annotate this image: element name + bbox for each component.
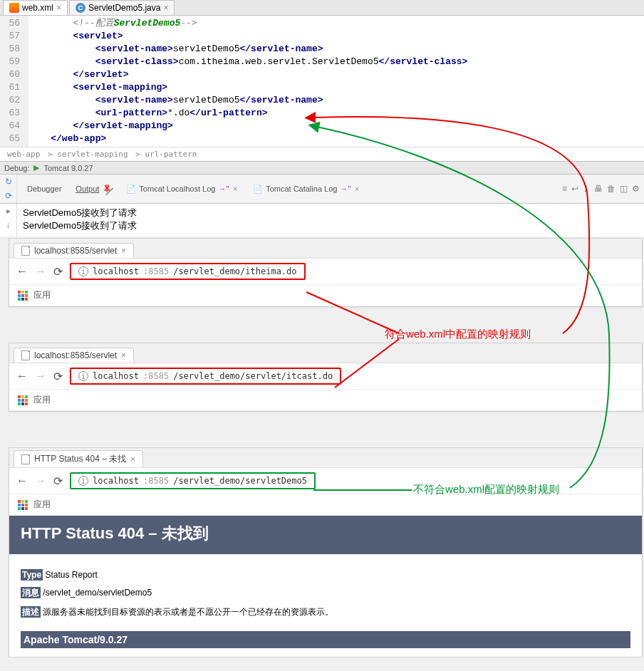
- address-input[interactable]: i localhost:8585/servlet_demo/itheima.do: [70, 263, 306, 280]
- ide-tab-label: web.xml: [22, 3, 53, 13]
- address-bar-row: ← → ⟳ i localhost:8585/servlet_demo/ithe…: [9, 259, 642, 285]
- output-text[interactable]: ServletDemo5接收到了请求 ServletDemo5接收到了请求: [17, 204, 142, 236]
- tab-output[interactable]: Output 📌: [70, 183, 118, 195]
- error-msg-label: 消息: [21, 587, 41, 598]
- output-panel: ▸ ↓ ServletDemo5接收到了请求 ServletDemo5接收到了请…: [0, 204, 644, 236]
- tab-debugger[interactable]: Debugger: [21, 183, 67, 194]
- browser-tab-strip: localhost:8585/servlet ×: [9, 343, 642, 363]
- apps-label[interactable]: 应用: [33, 289, 51, 301]
- tool-left-gutter: ↻ ⟳: [0, 175, 17, 203]
- down-icon[interactable]: ↓: [0, 218, 16, 232]
- xml-file-icon: [9, 3, 19, 13]
- debug-header: Debug: ▶ Tomcat 9.0.27: [0, 161, 644, 175]
- apps-icon[interactable]: [18, 395, 28, 405]
- apps-icon[interactable]: [18, 500, 28, 510]
- tool-right-actions: ≡ ↩ ⤓ 🖶 🗑 ◫ ⚙: [558, 175, 644, 203]
- tool-tabs: Debugger Output 📌 📄Tomcat Localhost Log→…: [17, 175, 558, 203]
- debug-label: Debug:: [4, 164, 29, 172]
- error-footer: Apache Tomcat/9.0.27: [21, 631, 630, 648]
- error-desc-text: 源服务器未能找到目标资源的表示或者是不愿公开一个已经存在的资源表示。: [43, 607, 333, 617]
- code-editor[interactable]: 56 57 58 59 60 61 62 63 64 65 <!--配置Serv…: [0, 16, 644, 147]
- error-body: Type Status Report 消息 /servlet_demo/serv…: [9, 554, 642, 657]
- address-bar-row: ← → ⟳ i localhost:8585/servlet_demo/serv…: [9, 468, 642, 494]
- apps-icon[interactable]: [18, 291, 28, 301]
- java-file-icon: C: [76, 3, 85, 13]
- apps-label[interactable]: 应用: [33, 394, 51, 406]
- site-info-icon[interactable]: i: [78, 476, 88, 486]
- back-icon[interactable]: ←: [16, 370, 28, 383]
- reload-icon[interactable]: ⟳: [53, 474, 63, 488]
- filter-icon[interactable]: ≡: [562, 184, 567, 194]
- browser-tab-title: localhost:8585/servlet: [34, 246, 117, 256]
- error-page: HTTP Status 404 – 未找到 Type Status Report…: [9, 516, 642, 657]
- tab-tomcat-catalina-log[interactable]: 📄Tomcat Catalina Log→" ×: [247, 183, 366, 195]
- breadcrumb[interactable]: web-app > servlet-mapping > url-pattern: [0, 147, 644, 161]
- reload-icon[interactable]: ⟳: [53, 265, 63, 279]
- browser-window-3: HTTP Status 404 – 未找 × ← → ⟳ i localhost…: [9, 447, 643, 657]
- page-icon: [21, 350, 30, 360]
- output-gutter: ▸ ↓: [0, 204, 17, 236]
- forward-icon[interactable]: →: [35, 370, 46, 383]
- site-info-icon[interactable]: i: [78, 266, 88, 276]
- line-gutter: 56 57 58 59 60 61 62 63 64 65: [0, 16, 28, 147]
- output-line: ServletDemo5接收到了请求: [23, 219, 137, 232]
- tomcat-run-icon: ▶: [33, 163, 39, 172]
- browser-tab-title: localhost:8585/servlet: [34, 350, 117, 360]
- browser-tab[interactable]: localhost:8585/servlet ×: [14, 348, 134, 363]
- close-icon[interactable]: ×: [130, 454, 135, 464]
- browser-tab-title: HTTP Status 404 – 未找: [34, 453, 126, 465]
- bookmarks-bar: 应用: [9, 494, 642, 516]
- error-msg-text: /servlet_demo/servletDemo5: [43, 588, 152, 598]
- rerun-icon[interactable]: ↻: [0, 175, 16, 189]
- forward-icon[interactable]: →: [35, 474, 46, 487]
- browser-tab[interactable]: HTTP Status 404 – 未找 ×: [14, 450, 143, 467]
- output-line: ServletDemo5接收到了请求: [23, 207, 137, 219]
- error-type-label: Type: [21, 569, 43, 581]
- browser-window-1: localhost:8585/servlet × ← → ⟳ i localho…: [9, 238, 643, 307]
- error-desc-label: 描述: [21, 606, 41, 618]
- browser-tab-strip: HTTP Status 404 – 未找 ×: [9, 448, 642, 468]
- close-icon[interactable]: ×: [56, 3, 61, 13]
- bookmarks-bar: 应用: [9, 390, 642, 411]
- settings-icon[interactable]: ⚙: [632, 184, 640, 194]
- step-icon[interactable]: ▸: [0, 204, 16, 218]
- ide-tab-strip: web.xml × C ServletDemo5.java ×: [0, 0, 644, 16]
- error-title: HTTP Status 404 – 未找到: [9, 516, 642, 554]
- error-type-text: Status Report: [45, 570, 97, 580]
- refresh-icon[interactable]: ⟳: [0, 189, 16, 203]
- tool-window-header: ↻ ⟳ Debugger Output 📌 📄Tomcat Localhost …: [0, 175, 644, 204]
- ide-tab-label: ServletDemo5.java: [88, 3, 160, 13]
- split-icon[interactable]: ◫: [620, 184, 628, 194]
- ide-tab-servletdemo5[interactable]: C ServletDemo5.java ×: [69, 0, 175, 15]
- close-icon[interactable]: ×: [121, 350, 126, 360]
- forward-icon[interactable]: →: [35, 265, 46, 278]
- reload-icon[interactable]: ⟳: [53, 370, 63, 383]
- clear-icon[interactable]: 🗑: [607, 184, 616, 194]
- browser-tab-strip: localhost:8585/servlet ×: [9, 239, 642, 259]
- address-bar-row: ← → ⟳ i localhost:8585/servlet_demo/serv…: [9, 363, 642, 390]
- page-icon: [21, 454, 30, 464]
- back-icon[interactable]: ←: [16, 474, 28, 487]
- debug-config-name[interactable]: Tomcat 9.0.27: [43, 164, 93, 172]
- ide-tab-web-xml[interactable]: web.xml ×: [3, 0, 68, 15]
- close-icon[interactable]: ×: [232, 185, 239, 193]
- code-body[interactable]: <!--配置ServletDemo5--> <servlet> <servlet…: [28, 16, 644, 147]
- close-icon[interactable]: ×: [121, 246, 126, 256]
- browser-window-2: localhost:8585/servlet × ← → ⟳ i localho…: [9, 343, 643, 412]
- tab-tomcat-localhost-log[interactable]: 📄Tomcat Localhost Log→" ×: [120, 183, 244, 195]
- bookmarks-bar: 应用: [9, 285, 642, 306]
- address-input[interactable]: i localhost:8585/servlet_demo/servlet/it…: [70, 368, 341, 385]
- soft-wrap-icon[interactable]: ↩: [571, 184, 578, 194]
- page-icon: [21, 246, 30, 256]
- site-info-icon[interactable]: i: [78, 371, 88, 381]
- address-input[interactable]: i localhost:8585/servlet_demo/servletDem…: [70, 472, 316, 489]
- apps-label[interactable]: 应用: [33, 499, 51, 511]
- back-icon[interactable]: ←: [16, 265, 28, 278]
- scroll-end-icon[interactable]: ⤓: [583, 184, 590, 194]
- close-icon[interactable]: ×: [163, 3, 168, 13]
- browser-tab[interactable]: localhost:8585/servlet ×: [14, 243, 134, 258]
- print-icon[interactable]: 🖶: [594, 184, 603, 194]
- close-icon[interactable]: ×: [353, 185, 360, 193]
